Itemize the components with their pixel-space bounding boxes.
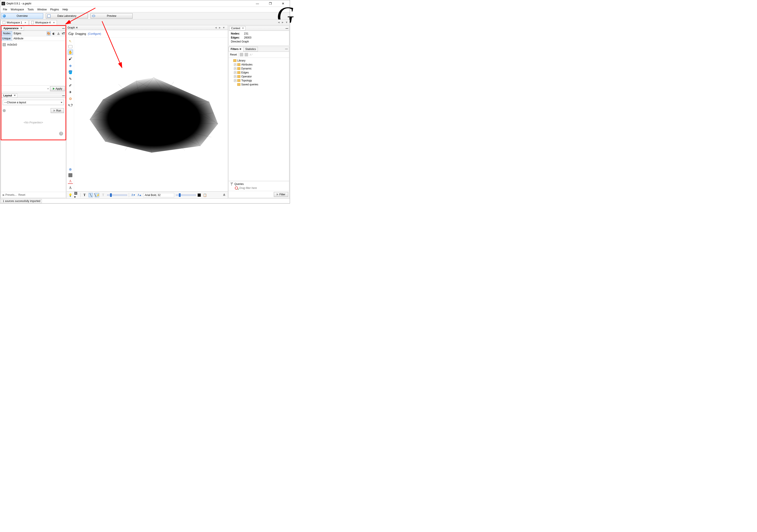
view-datalab-button[interactable]: Data Laboratory bbox=[46, 13, 88, 18]
close-icon[interactable]: ✕ bbox=[242, 27, 244, 30]
edge-color-icon[interactable]: ╲⚡ bbox=[95, 193, 99, 197]
drag-tool-icon[interactable]: ✋ bbox=[68, 49, 73, 55]
info-icon[interactable] bbox=[3, 109, 6, 112]
tab-workspace-4[interactable]: Workspace 4 ✕ bbox=[29, 20, 57, 25]
close-icon[interactable]: ✕ bbox=[14, 94, 16, 97]
close-button[interactable]: ✕ bbox=[279, 1, 288, 6]
expand-icon[interactable]: + bbox=[234, 75, 236, 78]
filter-button[interactable]: Filter bbox=[274, 192, 288, 197]
context-panel-tab[interactable]: Context ✕ bbox=[229, 26, 246, 31]
tree-dynamic[interactable]: +Dynamic bbox=[234, 67, 288, 70]
close-icon[interactable]: ✕ bbox=[239, 47, 241, 51]
toggle-labels-icon[interactable]: T bbox=[82, 193, 87, 197]
tree-library[interactable]: Library bbox=[230, 59, 288, 63]
appearance-tab-nodes[interactable]: Nodes bbox=[1, 31, 12, 36]
close-icon[interactable]: ✕ bbox=[24, 21, 26, 24]
edge-toggle-icon[interactable]: ╲ bbox=[89, 193, 93, 197]
graph-canvas[interactable] bbox=[74, 38, 228, 191]
chain-icon[interactable]: ⚭ bbox=[47, 87, 49, 90]
pencil-edge-tool-icon[interactable]: ✐ bbox=[68, 83, 73, 88]
minimize-panel-button[interactable]: — bbox=[284, 47, 289, 51]
apply-button[interactable]: Apply bbox=[50, 86, 65, 91]
background-color-icon[interactable] bbox=[68, 173, 73, 177]
sizer-tool-icon[interactable]: ◆ bbox=[68, 63, 73, 68]
font-a-icon[interactable]: A bbox=[68, 185, 73, 190]
menu-file[interactable]: File bbox=[2, 8, 9, 12]
view-overview-button[interactable]: Overview bbox=[1, 13, 43, 18]
menu-window[interactable]: Window bbox=[36, 8, 48, 12]
graph-panel-tab[interactable]: Graph ✕ bbox=[68, 26, 78, 29]
pointer-tool-icon[interactable]: ↖ bbox=[68, 39, 73, 44]
minimize-button[interactable]: — bbox=[253, 1, 262, 6]
menu-help[interactable]: Help bbox=[61, 8, 69, 12]
appearance-panel-tab[interactable]: Appearance ✕ bbox=[2, 26, 24, 31]
bucket-tool-icon[interactable]: 🪣 bbox=[68, 70, 73, 75]
label-color-icon[interactable]: A bbox=[56, 31, 60, 35]
maximize-button[interactable]: ❐ bbox=[266, 1, 275, 6]
drag-filter-dropzone[interactable]: Drag filter here bbox=[230, 186, 288, 189]
label-size-icon[interactable]: т𝖳 bbox=[61, 31, 65, 35]
expand-icon[interactable]: + bbox=[234, 79, 236, 82]
font-larger-icon[interactable]: A▴ bbox=[137, 193, 141, 197]
layout-combobox[interactable]: ---Choose a layout bbox=[3, 100, 64, 105]
expand-toolbar-icon[interactable]: ≙ bbox=[222, 193, 227, 197]
airplane-tool-icon[interactable]: ✈ bbox=[68, 89, 73, 95]
mode-unique[interactable]: Unique bbox=[1, 36, 12, 41]
configure-link[interactable]: (Configure) bbox=[88, 32, 101, 35]
edge-weight-slider[interactable] bbox=[107, 194, 127, 196]
next-tab-button[interactable]: ► bbox=[219, 26, 221, 29]
tree-operator[interactable]: +Operator bbox=[234, 74, 288, 78]
layout-panel-tab[interactable]: Layout ✕ bbox=[2, 93, 17, 98]
help-icon[interactable]: ? bbox=[59, 132, 63, 136]
tree-edges[interactable]: +Edges bbox=[234, 70, 288, 74]
minimize-panel-button[interactable]: — bbox=[62, 27, 65, 30]
expand-icon[interactable]: + bbox=[234, 68, 236, 70]
tree-topology[interactable]: +Topology bbox=[234, 78, 288, 82]
workspace-menu-button[interactable]: ▼ bbox=[285, 21, 288, 24]
tab-menu-button[interactable]: ▼ bbox=[223, 26, 225, 29]
filter-text-icon[interactable]: A⁺ bbox=[250, 53, 253, 56]
filter-icon-2[interactable] bbox=[245, 53, 248, 56]
color-palette-icon[interactable]: 🎨 bbox=[47, 31, 51, 35]
font-smaller-icon[interactable]: A▾ bbox=[131, 193, 135, 197]
close-icon[interactable]: ✕ bbox=[76, 26, 78, 29]
color-swatch-row[interactable]: #c0c0c0 bbox=[1, 41, 66, 48]
zoom-reset-icon[interactable]: ⊕ bbox=[68, 167, 73, 172]
font-selector[interactable]: Arial Bold, 32 bbox=[143, 193, 174, 197]
menu-workspace[interactable]: Workspace bbox=[9, 8, 25, 12]
lightbulb-icon[interactable]: 💡 bbox=[68, 193, 73, 197]
tree-attributes[interactable]: +Attributes bbox=[234, 63, 288, 67]
tree-saved-queries[interactable]: Saved queries bbox=[234, 82, 288, 87]
close-icon[interactable]: ✕ bbox=[20, 27, 22, 30]
rect-select-tool-icon[interactable] bbox=[68, 45, 73, 48]
prev-tab-button[interactable]: ◄ bbox=[215, 26, 217, 29]
tab-filters[interactable]: Filters ✕ bbox=[228, 47, 243, 51]
appearance-tab-edges[interactable]: Edges bbox=[12, 31, 23, 36]
menu-tools[interactable]: Tools bbox=[26, 8, 35, 12]
settings-gear-icon[interactable]: ⚙ bbox=[68, 96, 73, 101]
close-icon[interactable]: ✕ bbox=[53, 21, 55, 24]
run-button[interactable]: Run bbox=[51, 108, 64, 113]
minimize-panel-button[interactable]: — bbox=[62, 94, 65, 97]
menu-plugins[interactable]: Plugins bbox=[49, 8, 60, 12]
minimize-panel-button[interactable]: — bbox=[286, 27, 288, 30]
label-size-slider[interactable] bbox=[176, 194, 196, 196]
filter-icon-1[interactable] bbox=[240, 53, 243, 56]
tab-workspace-1[interactable]: Workspace 1 ✕ bbox=[1, 20, 28, 25]
reset-filters-button[interactable]: Reset bbox=[230, 53, 237, 56]
expand-icon[interactable]: + bbox=[234, 64, 236, 66]
reset-layout-button[interactable]: Reset bbox=[18, 193, 25, 196]
whatis-tool-icon[interactable]: ↖? bbox=[68, 103, 73, 108]
font-color-a-icon[interactable]: A bbox=[68, 179, 73, 184]
brush-tool-icon[interactable]: 🖌 bbox=[68, 56, 73, 62]
pencil-node-tool-icon[interactable]: ✎ bbox=[68, 76, 73, 81]
prev-workspace-button[interactable]: ◄ bbox=[277, 21, 280, 24]
next-workspace-button[interactable]: ► bbox=[281, 21, 284, 24]
size-icon[interactable]: ◐ bbox=[51, 31, 56, 35]
mode-attribute[interactable]: Attribute bbox=[12, 36, 25, 41]
expand-icon[interactable]: + bbox=[234, 71, 236, 74]
label-color-swatch[interactable] bbox=[198, 194, 201, 197]
presets-button[interactable]: ▶ Presets... bbox=[3, 193, 16, 196]
label-toggle-icon[interactable]: T bbox=[101, 193, 106, 197]
view-preview-button[interactable]: Preview bbox=[91, 13, 133, 18]
